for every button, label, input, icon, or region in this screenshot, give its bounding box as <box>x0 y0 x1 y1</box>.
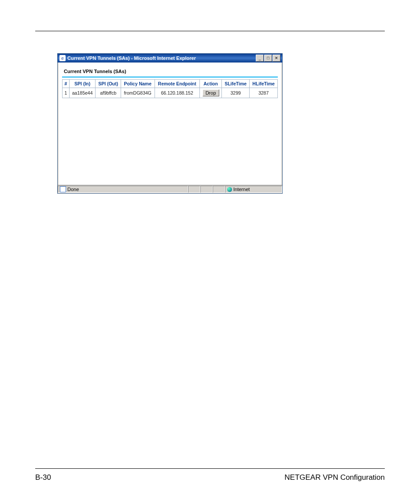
internet-icon <box>227 187 232 192</box>
ie-icon: e <box>59 55 66 61</box>
vpn-tunnels-table: # SPI (In) SPI (Out) Policy Name Remote … <box>62 79 278 98</box>
doc-title: NETGEAR VPN Configuration <box>284 473 385 482</box>
cell-hlife: 3287 <box>250 88 278 98</box>
close-button[interactable]: ✕ <box>273 55 280 62</box>
cell-endpoint: 66.120.188.152 <box>155 88 200 98</box>
footer: B-30 NETGEAR VPN Configuration <box>35 473 385 482</box>
content-area: Current VPN Tunnels (SAs) # SPI (In) SPI… <box>58 63 282 185</box>
cell-spi-out: af9bffcb <box>96 88 121 98</box>
titlebar: e Current VPN Tunnels (SAs) - Microsoft … <box>58 54 282 63</box>
status-text: Done <box>67 187 79 192</box>
col-slife: SLifeTime <box>222 80 250 88</box>
col-hlife: HLifeTime <box>250 80 278 88</box>
status-zone: Internet <box>225 186 282 193</box>
col-endpoint: Remote Endpoint <box>155 80 200 88</box>
cell-slife: 3299 <box>222 88 250 98</box>
table-header-row: # SPI (In) SPI (Out) Policy Name Remote … <box>63 80 278 88</box>
cell-policy: fromDG834G <box>121 88 155 98</box>
status-pane-2 <box>200 186 213 193</box>
page-icon <box>60 186 66 192</box>
col-policy: Policy Name <box>121 80 155 88</box>
col-num: # <box>63 80 70 88</box>
cell-action: Drop <box>200 88 222 98</box>
browser-window: e Current VPN Tunnels (SAs) - Microsoft … <box>57 53 283 194</box>
status-pane-1 <box>188 186 200 193</box>
minimize-button[interactable]: _ <box>256 55 264 62</box>
status-pane-3 <box>213 186 225 193</box>
statusbar: Done Internet <box>58 185 282 193</box>
separator <box>62 77 278 77</box>
cell-spi-in: aa185e44 <box>69 88 96 98</box>
col-spi-in: SPI (In) <box>69 80 96 88</box>
panel-heading: Current VPN Tunnels (SAs) <box>64 69 278 74</box>
bottom-rule <box>35 468 385 469</box>
top-rule <box>35 31 385 31</box>
table-row: 1 aa185e44 af9bffcb fromDG834G 66.120.18… <box>63 88 278 98</box>
window-title: Current VPN Tunnels (SAs) - Microsoft In… <box>67 55 256 61</box>
col-action: Action <box>200 80 222 88</box>
page-number: B-30 <box>35 473 51 482</box>
zone-text: Internet <box>233 187 250 192</box>
maximize-button[interactable]: □ <box>264 55 272 62</box>
status-left: Done <box>58 186 188 193</box>
drop-button[interactable]: Drop <box>203 89 219 96</box>
col-spi-out: SPI (Out) <box>96 80 121 88</box>
cell-num: 1 <box>63 88 70 98</box>
